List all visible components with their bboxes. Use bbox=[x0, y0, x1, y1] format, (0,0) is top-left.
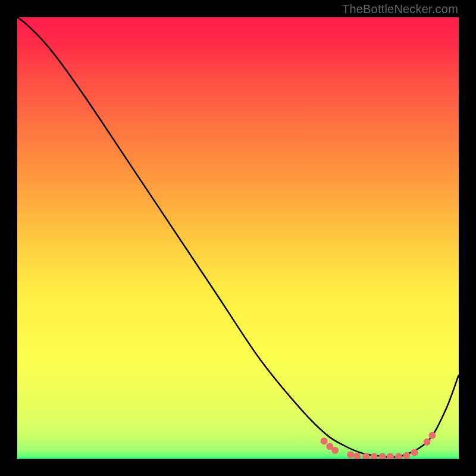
chart-curve bbox=[17, 17, 459, 458]
marker-dot bbox=[411, 449, 418, 456]
marker-group bbox=[321, 432, 436, 459]
marker-dot bbox=[321, 437, 328, 444]
marker-dot bbox=[331, 447, 339, 454]
marker-dot bbox=[353, 453, 361, 459]
attribution-text: TheBottleNecker.com bbox=[342, 2, 458, 16]
marker-dot bbox=[403, 452, 410, 459]
marker-dot bbox=[371, 453, 378, 459]
marker-dot bbox=[387, 453, 394, 459]
marker-dot bbox=[326, 443, 333, 450]
plot-area bbox=[17, 17, 459, 459]
marker-dot bbox=[379, 453, 386, 459]
marker-dot bbox=[362, 453, 369, 459]
marker-dot bbox=[347, 451, 354, 458]
marker-dot bbox=[395, 453, 402, 459]
chart-svg bbox=[17, 17, 459, 459]
marker-dot bbox=[424, 439, 431, 446]
chart-frame: TheBottleNecker.com bbox=[0, 0, 476, 476]
marker-dot bbox=[428, 432, 436, 439]
